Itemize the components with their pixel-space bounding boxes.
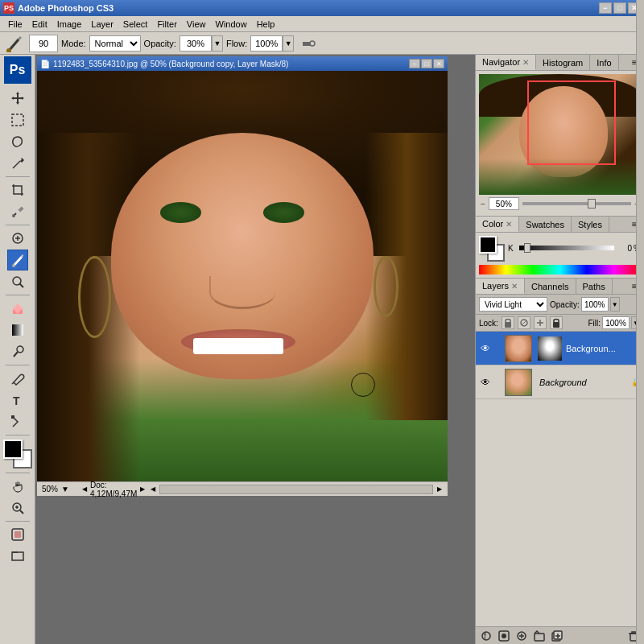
mode-select[interactable]: Normal Multiply Screen Overlay (89, 35, 141, 52)
dodge-tool[interactable] (7, 341, 28, 362)
navigator-content: − + (476, 71, 644, 216)
fg-bg-colors[interactable] (3, 440, 32, 469)
screen-mode-tool[interactable] (7, 546, 28, 567)
zoom-out-icon[interactable]: − (481, 200, 485, 208)
crop-tool[interactable] (7, 180, 28, 200)
spot-heal-tool[interactable] (7, 228, 28, 249)
document-window: 📄 1192483_53564310.jpg @ 50% (Background… (37, 56, 448, 496)
layers-tab-close[interactable]: ✕ (511, 282, 518, 291)
canvas-scroll-right[interactable]: ▶ (435, 485, 444, 494)
layer-thumb-2[interactable] (505, 369, 532, 396)
menu-view[interactable]: View (182, 18, 211, 31)
canvas-container[interactable] (37, 71, 448, 481)
quick-mask-tool[interactable] (7, 524, 28, 545)
zoom-input[interactable] (489, 197, 519, 210)
fill-input[interactable] (602, 316, 630, 329)
new-adjustment-btn[interactable] (514, 630, 529, 642)
layer-visibility-2[interactable]: 👁 (479, 376, 492, 389)
navigator-tab-close[interactable]: ✕ (522, 58, 529, 67)
lock-image-btn[interactable] (518, 316, 530, 329)
right-panel-scrollbar[interactable] (636, 0, 644, 644)
flow-input[interactable]: 100% (250, 35, 283, 52)
doc-close[interactable]: ✕ (433, 59, 444, 68)
lock-all-btn[interactable] (550, 316, 563, 329)
menu-window[interactable]: Window (211, 18, 252, 31)
marquee-tool[interactable] (7, 109, 28, 130)
tab-layers[interactable]: Layers ✕ (476, 279, 525, 294)
color-tab-close[interactable]: ✕ (506, 220, 512, 229)
layers-tabbar: Layers ✕ Channels Paths ≡ (476, 279, 644, 295)
add-style-btn[interactable]: f (479, 630, 493, 642)
doc-info-arrow[interactable]: ◀ (82, 485, 87, 493)
brush-tool[interactable] (7, 250, 28, 270)
layer-thumb-1[interactable] (505, 335, 532, 362)
brush-size-display[interactable]: 90 (29, 35, 58, 52)
fill-label: Fill: (588, 319, 601, 328)
opacity-dropdown-btn[interactable]: ▼ (610, 297, 620, 312)
layer-visibility-1[interactable]: 👁 (479, 342, 492, 355)
magic-wand-tool[interactable] (7, 153, 28, 174)
zoom-tool[interactable] (7, 497, 28, 518)
add-mask-btn[interactable] (497, 630, 511, 642)
photo-teeth (193, 338, 283, 354)
menu-edit[interactable]: Edit (27, 18, 52, 31)
doc-maximize[interactable]: □ (421, 59, 432, 68)
opacity-input[interactable] (581, 297, 609, 312)
tab-styles[interactable]: Styles (572, 217, 609, 232)
lock-position-btn[interactable] (534, 316, 547, 329)
doc-info-arrow-right[interactable]: ▶ (140, 485, 145, 493)
menu-layer[interactable]: Layer (86, 18, 118, 31)
airbrush-icon[interactable] (300, 35, 316, 52)
lasso-tool[interactable] (7, 131, 28, 152)
new-group-btn[interactable] (532, 630, 547, 642)
canvas-scrollbar[interactable] (159, 485, 433, 494)
menu-image[interactable]: Image (52, 18, 87, 31)
clone-stamp-tool[interactable] (7, 271, 28, 292)
tab-info[interactable]: Info (590, 55, 618, 70)
menu-filter[interactable]: Filter (152, 18, 181, 31)
tab-color[interactable]: Color ✕ (476, 217, 519, 232)
tab-paths[interactable]: Paths (576, 279, 613, 294)
eyedropper-tool[interactable] (7, 201, 28, 222)
tab-histogram[interactable]: Histogram (536, 55, 590, 70)
pen-tool[interactable] (7, 368, 28, 389)
flow-arrow[interactable]: ▼ (283, 35, 294, 52)
blend-mode-select[interactable]: Vivid Light Normal Multiply Screen Overl… (479, 297, 547, 312)
layer-mask-thumb-1[interactable] (536, 335, 564, 362)
lock-transparent-btn[interactable] (502, 316, 514, 329)
tab-channels[interactable]: Channels (525, 279, 576, 294)
foreground-color[interactable] (3, 440, 23, 459)
menu-file[interactable]: File (3, 18, 27, 31)
layer-row[interactable]: 👁 Background 🔒 (476, 365, 644, 399)
menu-help[interactable]: Help (252, 18, 280, 31)
layer-row[interactable]: 👁 Backgroun... (476, 332, 644, 365)
k-label: K (508, 244, 518, 253)
tab-navigator[interactable]: Navigator ✕ (476, 55, 536, 70)
text-tool[interactable]: T (7, 390, 28, 411)
document-titlebar: 📄 1192483_53564310.jpg @ 50% (Background… (37, 56, 448, 71)
tool-divider-6 (6, 473, 30, 473)
color-spectrum-bar[interactable] (479, 265, 641, 275)
opacity-input[interactable]: 30% (180, 35, 212, 52)
menu-select[interactable]: Select (118, 18, 153, 31)
opacity-arrow[interactable]: ▼ (212, 35, 223, 52)
doc-minimize[interactable]: − (409, 59, 420, 68)
k-slider-track[interactable] (519, 246, 614, 250)
zoom-slider[interactable] (522, 202, 631, 205)
gradient-tool[interactable] (7, 320, 28, 341)
maximize-button[interactable]: □ (613, 2, 626, 14)
zoom-menu-btn[interactable]: ▼ (61, 485, 69, 493)
minimize-button[interactable]: − (599, 2, 612, 14)
path-select-tool[interactable] (7, 411, 28, 432)
svg-point-10 (12, 214, 15, 217)
hand-tool[interactable] (7, 476, 28, 497)
new-layer-btn[interactable] (550, 630, 564, 642)
move-tool[interactable] (7, 88, 28, 109)
eraser-tool[interactable] (7, 298, 28, 319)
svg-point-14 (12, 264, 15, 267)
photo-earring-left (78, 256, 111, 338)
color-fg-bg[interactable] (479, 236, 505, 262)
canvas-scroll-left[interactable]: ◀ (148, 485, 158, 494)
tab-swatches[interactable]: Swatches (519, 217, 572, 232)
color-fg-swatch[interactable] (479, 236, 497, 254)
